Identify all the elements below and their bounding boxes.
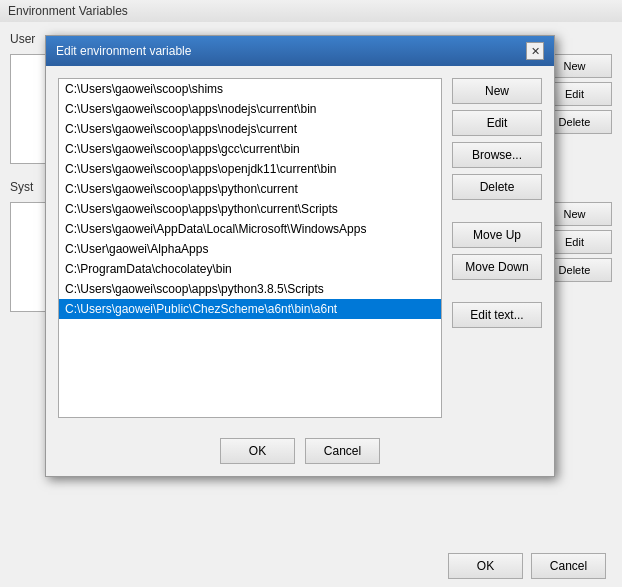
edit-env-dialog: Edit environment variable ✕ C:\Users\gao… — [45, 35, 555, 477]
path-list-container[interactable]: C:\Users\gaowei\scoop\shimsC:\Users\gaow… — [58, 78, 442, 418]
env-ok-button[interactable]: OK — [448, 553, 523, 579]
new-button[interactable]: New — [452, 78, 542, 104]
path-item[interactable]: C:\Users\gaowei\scoop\shims — [59, 79, 441, 99]
env-vars-footer: OK Cancel — [448, 553, 606, 579]
path-item[interactable]: C:\Users\gaowei\Public\ChezScheme\a6nt\b… — [59, 299, 441, 319]
path-list: C:\Users\gaowei\scoop\shimsC:\Users\gaow… — [59, 79, 441, 319]
move-up-button[interactable]: Move Up — [452, 222, 542, 248]
action-buttons: New Edit Browse... Delete Move Up Move D… — [452, 78, 542, 418]
path-item[interactable]: C:\Users\gaowei\scoop\apps\openjdk11\cur… — [59, 159, 441, 179]
edit-text-button[interactable]: Edit text... — [452, 302, 542, 328]
close-button[interactable]: ✕ — [526, 42, 544, 60]
edit-env-title-bar: Edit environment variable ✕ — [46, 36, 554, 66]
path-item[interactable]: C:\Users\gaowei\AppData\Local\Microsoft\… — [59, 219, 441, 239]
path-item[interactable]: C:\Users\gaowei\scoop\apps\python\curren… — [59, 179, 441, 199]
path-item[interactable]: C:\Users\gaowei\scoop\apps\gcc\current\b… — [59, 139, 441, 159]
delete-button[interactable]: Delete — [452, 174, 542, 200]
path-item[interactable]: C:\ProgramData\chocolatey\bin — [59, 259, 441, 279]
path-item[interactable]: C:\Users\gaowei\scoop\apps\nodejs\curren… — [59, 99, 441, 119]
ok-button[interactable]: OK — [220, 438, 295, 464]
path-item[interactable]: C:\Users\gaowei\scoop\apps\nodejs\curren… — [59, 119, 441, 139]
move-down-button[interactable]: Move Down — [452, 254, 542, 280]
env-cancel-button[interactable]: Cancel — [531, 553, 606, 579]
path-item[interactable]: C:\User\gaowei\AlphaApps — [59, 239, 441, 259]
edit-env-title-text: Edit environment variable — [56, 44, 191, 58]
browse-button[interactable]: Browse... — [452, 142, 542, 168]
env-variables-title: Environment Variables — [0, 0, 622, 23]
edit-env-footer: OK Cancel — [46, 430, 554, 476]
edit-button[interactable]: Edit — [452, 110, 542, 136]
path-item[interactable]: C:\Users\gaowei\scoop\apps\python3.8.5\S… — [59, 279, 441, 299]
cancel-button[interactable]: Cancel — [305, 438, 380, 464]
edit-env-content: C:\Users\gaowei\scoop\shimsC:\Users\gaow… — [46, 66, 554, 430]
path-item[interactable]: C:\Users\gaowei\scoop\apps\python\curren… — [59, 199, 441, 219]
